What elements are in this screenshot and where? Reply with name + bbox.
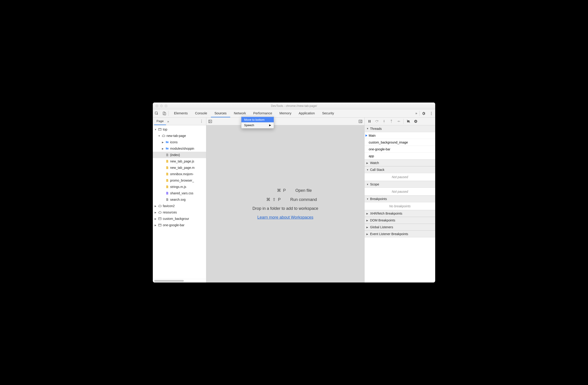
step-over-icon[interactable]	[373, 118, 380, 125]
expand-arrow-icon[interactable]: ▶	[162, 141, 164, 144]
thread-item[interactable]: app	[365, 153, 435, 159]
tree-node-label: (index)	[170, 153, 180, 157]
event-listener-breakpoints-header[interactable]: ▶Event Listener Breakpoints	[365, 231, 435, 237]
show-navigator-icon[interactable]	[208, 119, 212, 124]
expand-arrow-icon[interactable]: ▶	[154, 205, 157, 207]
editor-pane: ⌘ P Open file ⌘ ⇧ P Run command Drop in …	[206, 118, 365, 282]
open-file-keys: ⌘ P	[259, 188, 286, 193]
scope-header[interactable]: ▼Scope	[365, 181, 435, 188]
breakpoints-placeholder: No breakpoints	[365, 202, 435, 210]
close-traffic-light[interactable]	[156, 105, 158, 107]
context-menu-item[interactable]: Speech▶	[241, 122, 274, 128]
tree-node-label: resources	[163, 211, 177, 214]
kebab-menu-icon[interactable]	[427, 109, 435, 117]
expand-arrow-icon[interactable]: ▶	[154, 217, 157, 220]
pause-on-exceptions-icon[interactable]	[412, 118, 419, 125]
dom-breakpoints-header[interactable]: ▶DOM Breakpoints	[365, 217, 435, 224]
tab-security[interactable]: Security	[318, 109, 337, 117]
step-icon[interactable]	[395, 118, 402, 125]
expand-arrow-icon[interactable]: ▼	[154, 128, 157, 131]
global-listeners-header[interactable]: ▶Global Listeners	[365, 224, 435, 231]
cloud-icon	[158, 210, 162, 214]
navigator-pane: Page » ⋮ ▼top▼new-tab-page▶icons▶modules…	[153, 118, 206, 282]
tree-node[interactable]: new_tab_page.js	[153, 158, 206, 165]
tree-node[interactable]: ▼top	[153, 126, 206, 133]
svg-rect-28	[415, 121, 415, 122]
file-tree[interactable]: ▼top▼new-tab-page▶icons▶modules/shoppin(…	[153, 125, 206, 279]
tree-node[interactable]: ▶modules/shoppin	[153, 145, 206, 152]
js-icon	[165, 185, 169, 189]
zoom-traffic-light[interactable]	[165, 105, 167, 107]
tree-node-label: icons	[170, 140, 178, 144]
page-tab[interactable]: Page	[154, 118, 166, 125]
threads-header[interactable]: ▼Threads	[365, 125, 435, 132]
tree-node[interactable]: omnibox.mojom-	[153, 171, 206, 177]
tree-node-label: new-tab-page	[167, 134, 186, 138]
run-command-hint: ⌘ ⇧ P Run command	[254, 197, 317, 202]
svg-point-18	[377, 122, 377, 123]
minimize-traffic-light[interactable]	[160, 105, 163, 107]
tree-node[interactable]: ▶resources	[153, 209, 206, 215]
context-menu-item[interactable]: Move to bottom	[241, 117, 274, 122]
debugger-pane: ▼Threads Maincustom_background_imageone-…	[365, 118, 435, 282]
call-stack-placeholder: Not paused	[365, 173, 435, 181]
tree-node-label: omnibox.mojom-	[170, 172, 194, 176]
breakpoints-header[interactable]: ▼Breakpoints	[365, 195, 435, 202]
hscroll-thumb[interactable]	[154, 280, 184, 282]
navigator-header: Page » ⋮	[153, 118, 206, 125]
svg-point-24	[400, 121, 400, 121]
tree-node[interactable]: shared_vars.css	[153, 190, 206, 196]
xhr-breakpoints-header[interactable]: ▶XHR/fetch Breakpoints	[365, 210, 435, 217]
device-toolbar-icon[interactable]	[161, 109, 168, 117]
open-file-hint: ⌘ P Open file	[259, 188, 312, 193]
editor-placeholder: ⌘ P Open file ⌘ ⇧ P Run command Drop in …	[206, 125, 364, 282]
thread-item[interactable]: custom_background_image	[365, 139, 435, 146]
tab-application[interactable]: Application	[295, 109, 318, 117]
folder-icon	[165, 147, 169, 150]
tree-node[interactable]: ▶favicon2	[153, 203, 206, 209]
expand-arrow-icon[interactable]: ▶	[154, 224, 157, 226]
tree-node[interactable]: strings.m.js	[153, 184, 206, 190]
hscrollbar[interactable]	[153, 279, 206, 282]
step-into-icon[interactable]	[380, 118, 387, 125]
deactivate-breakpoints-icon[interactable]	[405, 118, 412, 125]
tab-sources[interactable]: Sources	[211, 109, 230, 117]
expand-arrow-icon[interactable]: ▼	[158, 135, 161, 137]
svg-rect-17	[370, 120, 370, 123]
inspect-element-icon[interactable]	[153, 109, 161, 117]
expand-arrow-icon[interactable]: ▶	[162, 147, 164, 150]
svg-rect-2	[164, 113, 166, 115]
tree-node[interactable]: new_tab_page.m	[153, 165, 206, 171]
learn-more-link[interactable]: Learn more about Workspaces	[257, 215, 313, 220]
titlebar: DevTools - chrome://new-tab-page/	[153, 103, 435, 109]
js-icon	[165, 172, 169, 176]
tab-elements[interactable]: Elements	[170, 109, 191, 117]
call-stack-header[interactable]: ▼Call Stack	[365, 166, 435, 173]
divider	[403, 119, 403, 124]
svg-point-3	[431, 112, 432, 112]
thread-item[interactable]: Main	[365, 132, 435, 139]
step-out-icon[interactable]	[388, 118, 395, 125]
tree-node[interactable]: ▶one-google-bar	[153, 222, 206, 228]
navigator-kebab-icon[interactable]: ⋮	[198, 119, 205, 124]
tree-node[interactable]: ▼new-tab-page	[153, 133, 206, 139]
tree-node[interactable]: ▶icons	[153, 139, 206, 145]
tab-console[interactable]: Console	[191, 109, 211, 117]
tree-node[interactable]: search.svg	[153, 196, 206, 203]
more-tabs[interactable]: »	[413, 109, 420, 117]
thread-item[interactable]: one-google-bar	[365, 146, 435, 153]
settings-icon[interactable]	[420, 109, 427, 117]
navigator-more-tabs[interactable]: »	[166, 120, 170, 123]
pause-icon[interactable]	[366, 118, 373, 125]
main-tabs: ElementsConsoleSourcesNetworkPerformance…	[153, 109, 435, 118]
run-command-keys: ⌘ ⇧ P	[254, 197, 281, 202]
tab-memory[interactable]: Memory	[276, 109, 295, 117]
tree-node[interactable]: promo_browser_	[153, 177, 206, 184]
tree-node[interactable]: ▶custom_backgrour	[153, 215, 206, 222]
tree-node[interactable]: (index)	[153, 152, 206, 158]
cloud-icon	[162, 134, 166, 138]
watch-header[interactable]: ▶Watch	[365, 159, 435, 166]
workspace-drop-hint: Drop in a folder to add to workspace	[252, 206, 318, 211]
expand-arrow-icon[interactable]: ▶	[154, 211, 157, 214]
show-debugger-icon[interactable]	[358, 119, 362, 124]
